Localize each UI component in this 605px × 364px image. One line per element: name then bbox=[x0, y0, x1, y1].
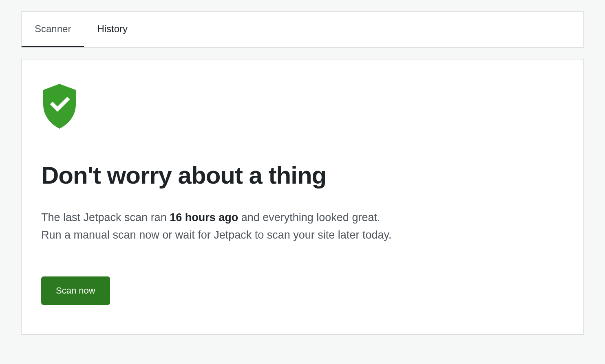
scan-now-button[interactable]: Scan now bbox=[41, 276, 110, 305]
last-scan-time: 16 hours ago bbox=[170, 211, 238, 224]
tab-history[interactable]: History bbox=[84, 12, 141, 47]
shield-check-icon bbox=[41, 84, 78, 129]
tab-scanner[interactable]: Scanner bbox=[22, 12, 84, 47]
description-line2: Run a manual scan now or wait for Jetpac… bbox=[41, 229, 391, 241]
status-description: The last Jetpack scan ran 16 hours ago a… bbox=[41, 209, 564, 244]
description-middle: and everything looked great. bbox=[238, 211, 380, 224]
scan-status-card: Don't worry about a thing The last Jetpa… bbox=[21, 59, 584, 335]
description-prefix: The last Jetpack scan ran bbox=[41, 211, 170, 224]
status-headline: Don't worry about a thing bbox=[41, 161, 564, 189]
tabs-bar: Scanner History bbox=[21, 11, 584, 48]
